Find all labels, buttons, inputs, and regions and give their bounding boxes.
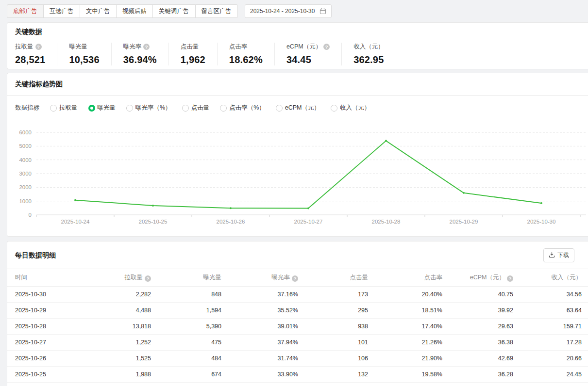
- cell: 5,390: [158, 319, 228, 335]
- radio-circle-icon: [331, 105, 337, 112]
- metric-radio[interactable]: 曝光率（%）: [126, 104, 171, 112]
- metric-value: 362.95: [353, 54, 384, 65]
- cell: 39.83: [449, 383, 520, 386]
- radio-circle-icon: [126, 105, 133, 112]
- metric-radio-label: eCPM（元）: [285, 104, 320, 112]
- ad-type-tab[interactable]: 视频后贴: [116, 4, 153, 18]
- svg-text:2025-10-24: 2025-10-24: [61, 219, 90, 225]
- metric-value: 36.94%: [123, 54, 157, 65]
- metric-value: 18.62%: [229, 54, 263, 65]
- help-icon[interactable]: ?: [145, 275, 151, 282]
- metric-radio[interactable]: 拉取量: [50, 104, 78, 112]
- svg-text:0: 0: [29, 212, 32, 218]
- metric-radio-label: 曝光量: [98, 104, 116, 112]
- column-header: 曝光率?: [228, 269, 305, 287]
- cell: 36.38: [449, 335, 520, 351]
- ad-type-tab[interactable]: 留言区广告: [195, 4, 238, 18]
- metric-value: 10,536: [69, 54, 99, 65]
- cell: 36.28: [449, 367, 520, 383]
- cell: 35.52%: [228, 303, 305, 319]
- column-header: 点击率: [375, 269, 449, 287]
- trend-chart[interactable]: 01000200030004000500060002025-10-242025-…: [7, 118, 588, 234]
- column-header: 收入（元）: [520, 269, 588, 287]
- cell: 1,525: [122, 351, 158, 367]
- svg-text:5000: 5000: [19, 143, 32, 149]
- ad-type-tab[interactable]: 文中广告: [80, 4, 117, 18]
- cell: 2,282: [122, 287, 158, 303]
- table-row: 2025-10-251,98867433.90%13219.58%36.2824…: [7, 367, 588, 383]
- metric-radio[interactable]: 收入（元）: [331, 104, 370, 112]
- daily-table-card: 每日数据明细 下载 时间拉取量?曝光量曝光率?点击量点击率eCPM（元）?收入（…: [7, 241, 588, 386]
- cell: 295: [305, 303, 375, 319]
- cell: 24.45: [520, 367, 588, 383]
- help-icon[interactable]: ?: [35, 44, 42, 50]
- cell: 674: [158, 367, 228, 383]
- cell: 42.69: [449, 351, 520, 367]
- metric-value: 34.45: [286, 54, 330, 65]
- metric-item: 收入（元）362.95: [342, 43, 396, 65]
- svg-text:2025-10-30: 2025-10-30: [527, 219, 556, 225]
- cell: 2025-10-24: [7, 383, 122, 386]
- svg-text:2025-10-25: 2025-10-25: [139, 219, 168, 225]
- metric-radio-label: 点击率（%）: [229, 104, 265, 112]
- cell: 4,488: [122, 303, 158, 319]
- metric-item: 曝光率?36.94%: [112, 43, 169, 65]
- ad-type-tab[interactable]: 底部广告: [7, 4, 44, 18]
- cell: 42.66: [520, 383, 588, 386]
- ad-type-tab[interactable]: 互选广告: [43, 4, 80, 18]
- metric-item: 曝光量10,536: [57, 43, 111, 65]
- svg-text:2025-10-26: 2025-10-26: [217, 219, 245, 225]
- table-header-row: 时间拉取量?曝光量曝光率?点击量点击率eCPM（元）?收入（元）: [7, 269, 588, 287]
- column-header: eCPM（元）?: [449, 269, 520, 287]
- cell: 106: [305, 351, 375, 367]
- date-range-text: 2025-10-24 - 2025-10-30: [250, 7, 315, 15]
- metric-item: eCPM（元）?34.45: [275, 43, 342, 65]
- metric-radio[interactable]: 点击率（%）: [220, 104, 265, 112]
- cell: 1,252: [122, 335, 158, 351]
- metric-label: 曝光率?: [123, 43, 157, 51]
- cell: 2025-10-26: [7, 351, 122, 367]
- cell: 37.94%: [228, 335, 305, 351]
- table-body: 2025-10-302,28284837.16%17320.40%40.7534…: [7, 287, 588, 386]
- metric-radio[interactable]: 曝光量: [88, 104, 116, 112]
- cell: 1,071: [158, 383, 228, 386]
- cell: 101: [305, 335, 375, 351]
- daily-table-title: 每日数据明细: [15, 251, 56, 260]
- table-row: 2025-10-2813,8185,39039.01%93817.40%29.6…: [7, 319, 588, 335]
- cell: 21.26%: [375, 335, 449, 351]
- metric-radio-label: 曝光率（%）: [135, 104, 171, 112]
- metric-radio-label: 收入（元）: [340, 104, 370, 112]
- radio-circle-icon: [276, 105, 283, 112]
- table-row: 2025-10-271,25247537.94%10121.26%36.3817…: [7, 335, 588, 351]
- download-button[interactable]: 下载: [543, 248, 574, 262]
- cell: 20.26%: [375, 383, 449, 386]
- trend-title: 关键指标趋势图: [15, 80, 63, 89]
- cell: 173: [305, 287, 375, 303]
- radio-circle-icon: [220, 105, 227, 112]
- ad-type-tab[interactable]: 关键词广告: [152, 4, 196, 18]
- table-row: 2025-10-243,1681,07133.81%21720.26%39.83…: [7, 383, 588, 386]
- metric-label: 点击率: [229, 43, 263, 51]
- topbar: 底部广告互选广告文中广告视频后贴关键词广告留言区广告 2025-10-24 - …: [0, 0, 588, 18]
- trend-card: 关键指标趋势图 数据指标 拉取量曝光量曝光率（%）点击量点击率（%）eCPM（元…: [7, 73, 588, 237]
- metric-radio[interactable]: eCPM（元）: [276, 104, 320, 112]
- date-range-picker[interactable]: 2025-10-24 - 2025-10-30: [245, 4, 332, 18]
- radio-circle-icon: [50, 105, 57, 112]
- cell: 34.56: [520, 287, 588, 303]
- help-icon[interactable]: ?: [143, 44, 150, 50]
- svg-text:4000: 4000: [19, 157, 32, 163]
- cell: 39.01%: [228, 319, 305, 335]
- help-icon[interactable]: ?: [323, 44, 330, 50]
- svg-text:3000: 3000: [19, 171, 32, 177]
- cell: 39.92: [449, 303, 520, 319]
- metric-radio[interactable]: 点击量: [182, 104, 210, 112]
- cell: 17.40%: [375, 319, 449, 335]
- table-row: 2025-10-261,52548431.74%10621.90%42.6920…: [7, 351, 588, 367]
- help-icon[interactable]: ?: [292, 275, 298, 282]
- svg-text:1000: 1000: [19, 198, 32, 204]
- calendar-icon: [319, 8, 326, 15]
- cell: 20.66: [520, 351, 588, 367]
- svg-text:6000: 6000: [19, 129, 32, 135]
- cell: 33.81%: [228, 383, 305, 386]
- help-icon[interactable]: ?: [507, 275, 513, 282]
